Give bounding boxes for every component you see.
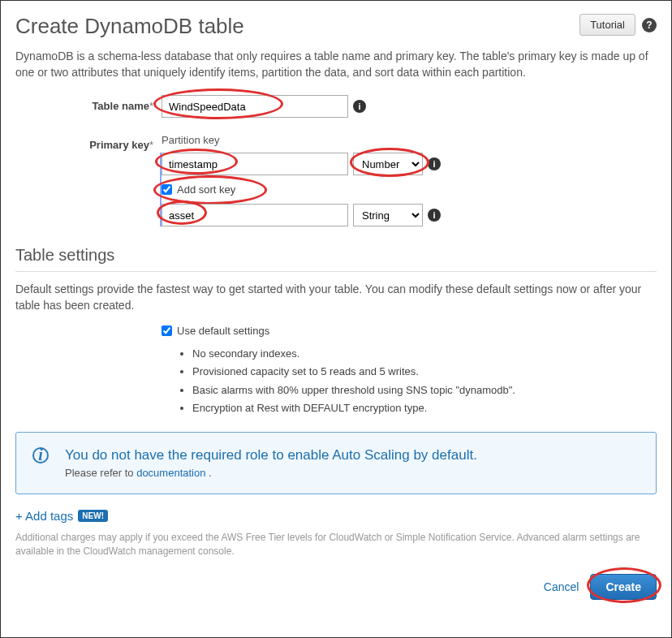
info-icon: i [32, 447, 49, 463]
primary-key-label: Primary key* [24, 134, 162, 151]
page-title: Create DynamoDB table [15, 14, 244, 39]
table-settings-heading: Table settings [15, 246, 657, 265]
sort-key-input[interactable] [162, 204, 348, 226]
table-name-input[interactable] [162, 95, 348, 118]
sort-key-type-select[interactable]: String [353, 204, 423, 226]
help-icon[interactable]: ? [642, 18, 657, 32]
partition-key-type-select[interactable]: Number [353, 153, 423, 175]
add-tags-link[interactable]: + Add tags NEW! [15, 509, 108, 523]
list-item: Encryption at Rest with DEFAULT encrypti… [192, 399, 657, 417]
cancel-button[interactable]: Cancel [544, 580, 579, 593]
add-sort-key-label: Add sort key [177, 183, 235, 196]
add-sort-key-checkbox[interactable] [162, 184, 172, 195]
alert-subtext: Please refer to documentation . [65, 467, 477, 479]
default-settings-list: No secondary indexes. Provisioned capaci… [192, 345, 657, 416]
list-item: Provisioned capacity set to 5 reads and … [192, 363, 657, 381]
tutorial-button[interactable]: Tutorial [579, 14, 635, 36]
table-name-label: Table name* [24, 95, 162, 112]
new-badge: NEW! [78, 510, 108, 522]
info-icon[interactable]: i [353, 100, 366, 113]
use-default-checkbox[interactable] [162, 325, 172, 336]
footnote-text: Additional charges may apply if you exce… [15, 531, 657, 558]
settings-desc: Default settings provide the fastest way… [15, 282, 657, 313]
use-default-label: Use default settings [177, 325, 269, 337]
divider [15, 271, 657, 272]
list-item: Basic alarms with 80% upper threshold us… [192, 382, 657, 399]
partition-key-input[interactable] [162, 153, 348, 175]
autoscaling-alert: i You do not have the required role to e… [15, 432, 657, 494]
list-item: No secondary indexes. [192, 345, 657, 363]
info-icon[interactable]: i [428, 209, 441, 222]
documentation-link[interactable]: documentation [136, 467, 205, 479]
create-button[interactable]: Create [590, 574, 657, 600]
alert-title: You do not have the required role to ena… [65, 447, 477, 463]
info-icon[interactable]: i [428, 157, 441, 170]
intro-text: DynamoDB is a schema-less database that … [15, 49, 657, 80]
partition-key-label: Partition key [162, 134, 657, 146]
